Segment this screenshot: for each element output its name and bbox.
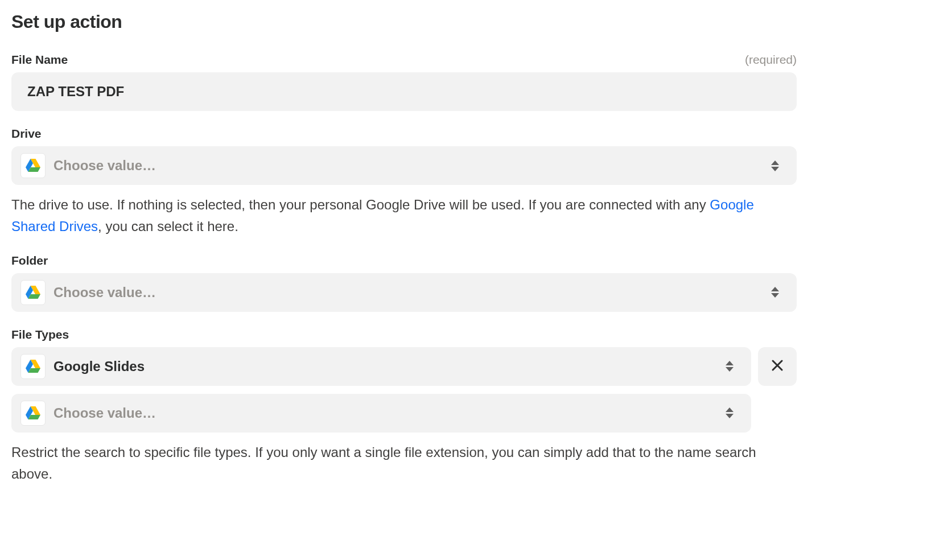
drive-select[interactable]: Choose value… <box>11 146 797 185</box>
google-drive-icon <box>20 354 46 379</box>
page-title: Set up action <box>11 11 797 32</box>
folder-label: Folder <box>11 254 48 267</box>
drive-help-text: The drive to use. If nothing is selected… <box>11 194 797 238</box>
file-types-help-text: Restrict the search to specific file typ… <box>11 442 797 485</box>
folder-select-placeholder: Choose value… <box>53 285 760 300</box>
select-arrows-icon <box>768 287 782 298</box>
file-name-input[interactable] <box>11 72 797 111</box>
file-name-required-hint: (required) <box>745 53 797 67</box>
file-types-field: File Types Google Slides <box>11 328 797 485</box>
drive-label: Drive <box>11 127 42 141</box>
file-types-selected-item[interactable]: Google Slides <box>11 347 751 386</box>
file-types-label: File Types <box>11 328 69 341</box>
file-types-selected-value: Google Slides <box>53 359 715 374</box>
file-types-add-select[interactable]: Choose value… <box>11 394 751 433</box>
drive-field: Drive Choose value… The drive to use. If… <box>11 127 797 238</box>
select-arrows-icon <box>768 160 782 171</box>
select-arrows-icon <box>723 361 736 372</box>
drive-select-placeholder: Choose value… <box>53 158 760 174</box>
folder-field: Folder Choose value… <box>11 254 797 312</box>
file-types-add-placeholder: Choose value… <box>53 405 715 421</box>
close-icon <box>771 359 784 374</box>
google-drive-icon <box>20 401 46 426</box>
google-drive-icon <box>20 153 46 178</box>
google-drive-icon <box>20 280 46 305</box>
file-name-label: File Name <box>11 53 68 67</box>
clear-file-type-button[interactable] <box>758 347 797 386</box>
folder-select[interactable]: Choose value… <box>11 273 797 312</box>
select-arrows-icon <box>723 407 736 418</box>
file-name-field: File Name (required) <box>11 53 797 111</box>
